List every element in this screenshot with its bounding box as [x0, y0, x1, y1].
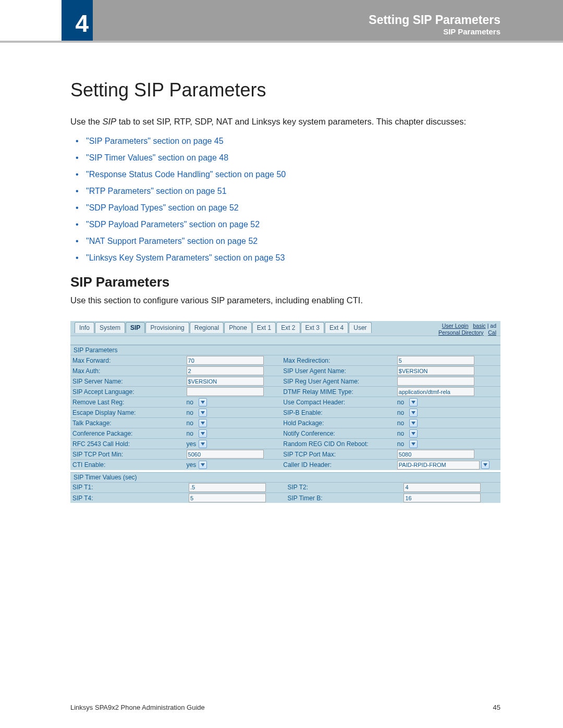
intro-pre: Use the	[70, 117, 102, 126]
intro-paragraph: Use the SIP tab to set SIP, RTP, SDP, NA…	[70, 116, 500, 127]
sip-screenshot: InfoSystemSIPProvisioningRegionalPhoneEx…	[70, 321, 500, 503]
tab-ext-2[interactable]: Ext 2	[276, 322, 300, 333]
field-label: Hold Package:	[281, 418, 395, 428]
tab-ext-1[interactable]: Ext 1	[252, 322, 276, 333]
text-input[interactable]	[189, 493, 266, 502]
field-value	[185, 387, 282, 397]
select-value: no	[397, 430, 408, 437]
text-input[interactable]	[187, 377, 264, 386]
tab-list: InfoSystemSIPProvisioningRegionalPhoneEx…	[75, 322, 372, 333]
text-input[interactable]	[187, 450, 264, 459]
chevron-down-icon[interactable]	[409, 440, 418, 448]
page-title: Setting SIP Parameters	[70, 79, 500, 101]
text-input[interactable]	[397, 356, 474, 365]
toc-item[interactable]: "SIP Timer Values" section on page 48	[86, 153, 500, 163]
field-value	[395, 376, 500, 387]
field-value	[395, 355, 500, 366]
basic-link[interactable]: basic	[473, 323, 486, 329]
field-value	[185, 449, 282, 460]
toc-item[interactable]: "RTP Parameters" section on page 51	[86, 187, 500, 196]
text-input[interactable]	[397, 377, 474, 386]
chevron-down-icon[interactable]	[199, 429, 207, 438]
select-value: yes	[187, 440, 197, 448]
text-input[interactable]	[397, 366, 474, 375]
toc-item[interactable]: "SIP Parameters" section on page 45	[86, 137, 500, 146]
tab-info[interactable]: Info	[75, 322, 94, 333]
tab-user[interactable]: User	[349, 322, 371, 333]
field-value: no	[395, 439, 500, 449]
form-row: SIP TCP Port Min:SIP TCP Port Max:	[70, 449, 500, 460]
field-label: SIP Reg User Agent Name:	[281, 376, 395, 387]
field-label: Max Auth:	[70, 366, 185, 376]
select-value: no	[397, 440, 408, 448]
field-label: SIP T1:	[70, 482, 187, 492]
form-row: Escape Display Name:noSIP-B Enable:no	[70, 408, 500, 418]
header-titles: Setting SIP Parameters SIP Parameters	[369, 14, 500, 36]
toc-item[interactable]: "SDP Payload Types" section on page 52	[86, 203, 500, 213]
select-value: no	[397, 409, 408, 416]
field-value	[187, 492, 286, 503]
chevron-down-icon[interactable]	[409, 398, 418, 406]
field-value	[395, 460, 500, 470]
tab-phone[interactable]: Phone	[224, 322, 252, 333]
field-label: Caller ID Header:	[281, 460, 395, 470]
form-row: Remove Last Reg:noUse Compact Header:no	[70, 397, 500, 408]
field-value	[185, 355, 282, 366]
text-input[interactable]	[189, 483, 266, 492]
text-input[interactable]	[403, 483, 481, 492]
field-label: SIP Accept Language:	[70, 387, 185, 397]
text-input[interactable]	[397, 450, 474, 459]
user-login-link[interactable]: User Login	[442, 323, 469, 329]
select-value: no	[187, 419, 197, 427]
chevron-down-icon[interactable]	[199, 440, 207, 448]
field-label: Talk Package:	[70, 418, 185, 428]
text-input[interactable]	[187, 356, 264, 365]
intro-italic: SIP	[102, 117, 116, 126]
chevron-down-icon[interactable]	[409, 409, 418, 417]
form-row: SIP T4:SIP Timer B:	[70, 492, 500, 503]
tab-ext-4[interactable]: Ext 4	[325, 322, 348, 333]
chevron-down-icon[interactable]	[199, 461, 207, 469]
tab-bar: InfoSystemSIPProvisioningRegionalPhoneEx…	[70, 321, 500, 336]
chevron-down-icon[interactable]	[199, 398, 207, 406]
tab-gap	[70, 336, 500, 345]
tab-regional[interactable]: Regional	[190, 322, 224, 333]
toc-item[interactable]: "SDP Payload Parameters" section on page…	[86, 220, 500, 229]
field-value	[187, 482, 286, 492]
field-label: SIP Server Name:	[70, 376, 185, 387]
field-value	[401, 492, 500, 503]
field-label: RFC 2543 Call Hold:	[70, 439, 185, 449]
select-value: yes	[187, 461, 197, 468]
field-value: no	[185, 408, 282, 418]
tab-ext-3[interactable]: Ext 3	[301, 322, 324, 333]
chapter-number: 4	[75, 9, 89, 38]
header-links: User Login basic | ad Personal Directory…	[438, 322, 496, 336]
chevron-down-icon[interactable]	[199, 419, 207, 427]
form-row: Max Auth:SIP User Agent Name:	[70, 366, 500, 376]
field-label: Max Forward:	[70, 355, 185, 366]
tab-provisioning[interactable]: Provisioning	[145, 322, 189, 333]
select-value-input[interactable]	[397, 461, 480, 470]
text-input[interactable]	[403, 493, 481, 502]
form-row: Talk Package:noHold Package:no	[70, 418, 500, 428]
group-title-sip-parameters: SIP Parameters	[70, 345, 500, 355]
select-value: no	[187, 409, 197, 416]
text-input[interactable]	[187, 366, 264, 375]
toc-item[interactable]: "NAT Support Parameters" section on page…	[86, 237, 500, 246]
field-value	[401, 482, 500, 492]
text-input[interactable]	[187, 387, 264, 396]
tab-system[interactable]: System	[95, 322, 125, 333]
personal-directory-link[interactable]: Personal Directory	[438, 329, 483, 336]
toc-item[interactable]: "Linksys Key System Parameters" section …	[86, 253, 500, 263]
toc-item[interactable]: "Response Status Code Handling" section …	[86, 170, 500, 179]
select-value: no	[397, 419, 408, 427]
form-row: SIP Server Name:SIP Reg User Agent Name:	[70, 376, 500, 387]
tab-sip[interactable]: SIP	[126, 322, 145, 333]
chevron-down-icon[interactable]	[199, 409, 207, 417]
chevron-down-icon[interactable]	[409, 419, 418, 427]
call-history-cut[interactable]: Cal	[488, 329, 496, 336]
field-label: CTI Enable:	[70, 460, 185, 470]
chevron-down-icon[interactable]	[409, 429, 418, 438]
chevron-down-icon[interactable]	[481, 461, 489, 469]
text-input[interactable]	[397, 387, 474, 396]
